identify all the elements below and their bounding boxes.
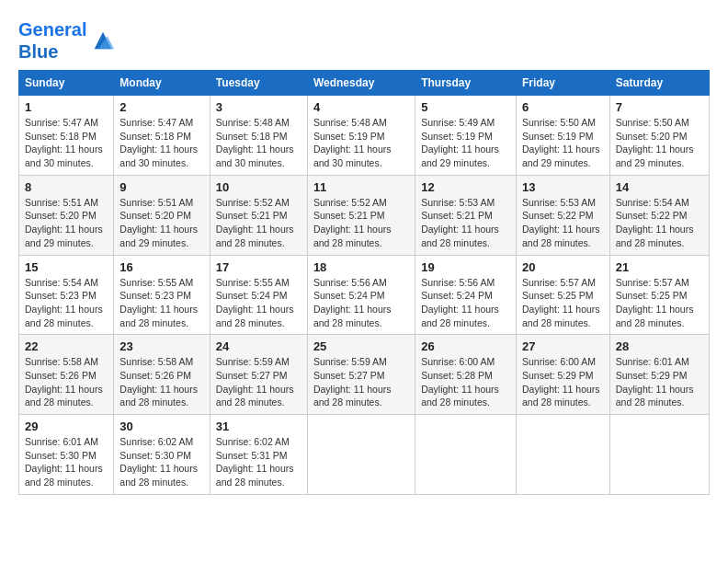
calendar-cell: 7 Sunrise: 5:50 AMSunset: 5:20 PMDayligh… xyxy=(609,96,709,176)
day-number: 6 xyxy=(522,100,604,114)
day-number: 31 xyxy=(216,419,301,433)
weekday-header-wednesday: Wednesday xyxy=(307,71,415,96)
calendar-cell: 25 Sunrise: 5:59 AMSunset: 5:27 PMDaylig… xyxy=(307,335,415,415)
day-number: 28 xyxy=(616,339,703,353)
cell-text: Sunrise: 5:49 AMSunset: 5:19 PMDaylight:… xyxy=(421,117,499,168)
cell-text: Sunrise: 5:55 AMSunset: 5:23 PMDaylight:… xyxy=(119,277,198,328)
day-number: 23 xyxy=(119,339,204,353)
cell-text: Sunrise: 5:48 AMSunset: 5:19 PMDaylight:… xyxy=(313,117,392,168)
calendar-cell: 24 Sunrise: 5:59 AMSunset: 5:27 PMDaylig… xyxy=(210,335,307,415)
cell-text: Sunrise: 5:50 AMSunset: 5:19 PMDaylight:… xyxy=(522,117,600,168)
calendar-cell: 16 Sunrise: 5:55 AMSunset: 5:23 PMDaylig… xyxy=(114,255,210,335)
logo-text: GeneralBlue xyxy=(18,18,86,63)
cell-text: Sunrise: 5:51 AMSunset: 5:20 PMDaylight:… xyxy=(25,197,103,248)
cell-text: Sunrise: 5:59 AMSunset: 5:27 PMDaylight:… xyxy=(216,356,294,408)
day-number: 21 xyxy=(616,260,703,274)
cell-text: Sunrise: 5:56 AMSunset: 5:24 PMDaylight:… xyxy=(421,277,499,328)
day-number: 8 xyxy=(25,180,108,194)
calendar-cell: 2 Sunrise: 5:47 AMSunset: 5:18 PMDayligh… xyxy=(114,96,210,176)
cell-text: Sunrise: 5:57 AMSunset: 5:25 PMDaylight:… xyxy=(522,277,600,328)
day-number: 29 xyxy=(25,419,108,433)
day-number: 16 xyxy=(119,260,204,274)
calendar-cell: 21 Sunrise: 5:57 AMSunset: 5:25 PMDaylig… xyxy=(609,255,709,335)
calendar-cell xyxy=(415,415,517,495)
day-number: 15 xyxy=(25,260,108,274)
cell-text: Sunrise: 5:53 AMSunset: 5:21 PMDaylight:… xyxy=(421,197,499,248)
day-number: 13 xyxy=(522,180,604,194)
day-number: 3 xyxy=(216,100,301,114)
weekday-row: SundayMondayTuesdayWednesdayThursdayFrid… xyxy=(19,71,710,96)
calendar-table: SundayMondayTuesdayWednesdayThursdayFrid… xyxy=(18,70,710,495)
calendar-body: 1 Sunrise: 5:47 AMSunset: 5:18 PMDayligh… xyxy=(19,96,710,495)
calendar-cell: 1 Sunrise: 5:47 AMSunset: 5:18 PMDayligh… xyxy=(19,96,114,176)
day-number: 22 xyxy=(25,339,108,353)
cell-text: Sunrise: 5:47 AMSunset: 5:18 PMDaylight:… xyxy=(25,117,103,168)
calendar-cell: 28 Sunrise: 6:01 AMSunset: 5:29 PMDaylig… xyxy=(609,335,709,415)
day-number: 2 xyxy=(119,100,204,114)
calendar-week-2: 8 Sunrise: 5:51 AMSunset: 5:20 PMDayligh… xyxy=(19,175,710,255)
calendar-cell: 26 Sunrise: 6:00 AMSunset: 5:28 PMDaylig… xyxy=(415,335,517,415)
weekday-header-friday: Friday xyxy=(516,71,609,96)
calendar-cell: 11 Sunrise: 5:52 AMSunset: 5:21 PMDaylig… xyxy=(307,175,415,255)
cell-text: Sunrise: 6:01 AMSunset: 5:30 PMDaylight:… xyxy=(25,436,103,488)
calendar-cell: 23 Sunrise: 5:58 AMSunset: 5:26 PMDaylig… xyxy=(114,335,210,415)
cell-text: Sunrise: 6:00 AMSunset: 5:28 PMDaylight:… xyxy=(421,356,499,408)
calendar-week-1: 1 Sunrise: 5:47 AMSunset: 5:18 PMDayligh… xyxy=(19,96,710,176)
calendar-cell: 5 Sunrise: 5:49 AMSunset: 5:19 PMDayligh… xyxy=(415,96,517,176)
cell-text: Sunrise: 6:00 AMSunset: 5:29 PMDaylight:… xyxy=(522,356,600,408)
day-number: 27 xyxy=(522,339,604,353)
calendar-week-3: 15 Sunrise: 5:54 AMSunset: 5:23 PMDaylig… xyxy=(19,255,710,335)
weekday-header-sunday: Sunday xyxy=(19,71,114,96)
cell-text: Sunrise: 5:50 AMSunset: 5:20 PMDaylight:… xyxy=(616,117,694,168)
cell-text: Sunrise: 5:54 AMSunset: 5:22 PMDaylight:… xyxy=(616,197,694,248)
cell-text: Sunrise: 5:57 AMSunset: 5:25 PMDaylight:… xyxy=(616,277,694,328)
cell-text: Sunrise: 5:59 AMSunset: 5:27 PMDaylight:… xyxy=(313,356,392,408)
logo-icon xyxy=(90,28,116,53)
cell-text: Sunrise: 5:56 AMSunset: 5:24 PMDaylight:… xyxy=(313,277,392,328)
day-number: 14 xyxy=(616,180,703,194)
weekday-header-monday: Monday xyxy=(114,71,210,96)
calendar-header: SundayMondayTuesdayWednesdayThursdayFrid… xyxy=(19,71,710,96)
day-number: 1 xyxy=(25,100,108,114)
cell-text: Sunrise: 6:01 AMSunset: 5:29 PMDaylight:… xyxy=(616,356,694,408)
cell-text: Sunrise: 6:02 AMSunset: 5:31 PMDaylight:… xyxy=(216,436,294,488)
calendar-week-5: 29 Sunrise: 6:01 AMSunset: 5:30 PMDaylig… xyxy=(19,415,710,495)
day-number: 24 xyxy=(216,339,301,353)
cell-text: Sunrise: 6:02 AMSunset: 5:30 PMDaylight:… xyxy=(119,436,198,488)
calendar-cell: 22 Sunrise: 5:58 AMSunset: 5:26 PMDaylig… xyxy=(19,335,114,415)
cell-text: Sunrise: 5:48 AMSunset: 5:18 PMDaylight:… xyxy=(216,117,294,168)
calendar-cell: 29 Sunrise: 6:01 AMSunset: 5:30 PMDaylig… xyxy=(19,415,114,495)
calendar-cell: 27 Sunrise: 6:00 AMSunset: 5:29 PMDaylig… xyxy=(516,335,609,415)
calendar-cell: 19 Sunrise: 5:56 AMSunset: 5:24 PMDaylig… xyxy=(415,255,517,335)
day-number: 19 xyxy=(421,260,510,274)
day-number: 20 xyxy=(522,260,604,274)
day-number: 17 xyxy=(216,260,301,274)
cell-text: Sunrise: 5:51 AMSunset: 5:20 PMDaylight:… xyxy=(119,197,198,248)
cell-text: Sunrise: 5:55 AMSunset: 5:24 PMDaylight:… xyxy=(216,277,294,328)
cell-text: Sunrise: 5:52 AMSunset: 5:21 PMDaylight:… xyxy=(216,197,294,248)
weekday-header-saturday: Saturday xyxy=(609,71,709,96)
day-number: 12 xyxy=(421,180,510,194)
weekday-header-tuesday: Tuesday xyxy=(210,71,307,96)
day-number: 25 xyxy=(313,339,409,353)
calendar-cell: 3 Sunrise: 5:48 AMSunset: 5:18 PMDayligh… xyxy=(210,96,307,176)
calendar-cell: 9 Sunrise: 5:51 AMSunset: 5:20 PMDayligh… xyxy=(114,175,210,255)
day-number: 10 xyxy=(216,180,301,194)
calendar-cell: 30 Sunrise: 6:02 AMSunset: 5:30 PMDaylig… xyxy=(114,415,210,495)
calendar-cell xyxy=(516,415,609,495)
cell-text: Sunrise: 5:52 AMSunset: 5:21 PMDaylight:… xyxy=(313,197,392,248)
calendar-cell: 6 Sunrise: 5:50 AMSunset: 5:19 PMDayligh… xyxy=(516,96,609,176)
day-number: 4 xyxy=(313,100,409,114)
cell-text: Sunrise: 5:54 AMSunset: 5:23 PMDaylight:… xyxy=(25,277,103,328)
day-number: 9 xyxy=(119,180,204,194)
weekday-header-thursday: Thursday xyxy=(415,71,517,96)
cell-text: Sunrise: 5:58 AMSunset: 5:26 PMDaylight:… xyxy=(25,356,103,408)
calendar-cell: 20 Sunrise: 5:57 AMSunset: 5:25 PMDaylig… xyxy=(516,255,609,335)
cell-text: Sunrise: 5:53 AMSunset: 5:22 PMDaylight:… xyxy=(522,197,600,248)
day-number: 30 xyxy=(119,419,204,433)
cell-text: Sunrise: 5:58 AMSunset: 5:26 PMDaylight:… xyxy=(119,356,198,408)
day-number: 18 xyxy=(313,260,409,274)
calendar-cell: 8 Sunrise: 5:51 AMSunset: 5:20 PMDayligh… xyxy=(19,175,114,255)
calendar-cell xyxy=(609,415,709,495)
day-number: 5 xyxy=(421,100,510,114)
